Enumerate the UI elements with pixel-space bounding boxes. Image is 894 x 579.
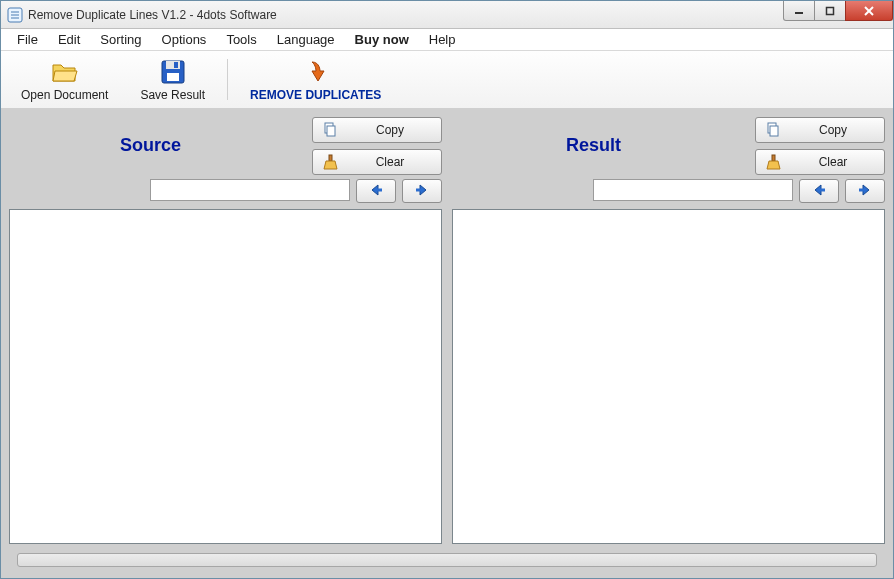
pane-title-wrap: Source <box>9 117 292 156</box>
arrow-down-right-icon <box>302 57 330 86</box>
toolbar-label: REMOVE DUPLICATES <box>250 88 381 102</box>
source-copy-button[interactable]: Copy <box>312 117 442 143</box>
menu-help[interactable]: Help <box>419 30 466 49</box>
svg-rect-5 <box>827 7 834 14</box>
button-label: Copy <box>790 123 876 137</box>
svg-rect-10 <box>167 73 179 81</box>
arrow-right-icon <box>857 183 873 200</box>
button-label: Clear <box>790 155 876 169</box>
titlebar: Remove Duplicate Lines V1.2 - 4dots Soft… <box>1 1 893 29</box>
result-title: Result <box>566 135 621 156</box>
broom-icon <box>764 153 782 171</box>
toolbar-label: Save Result <box>140 88 205 102</box>
copy-icon <box>764 121 782 139</box>
toolbar-separator <box>227 59 228 100</box>
remove-duplicates-button[interactable]: REMOVE DUPLICATES <box>236 55 395 104</box>
svg-rect-11 <box>174 62 178 68</box>
result-textarea[interactable] <box>453 210 884 543</box>
result-prev-button[interactable] <box>799 179 839 203</box>
button-label: Clear <box>347 155 433 169</box>
toolbar: Open Document Save Result REMOVE DUPLICA… <box>1 51 893 109</box>
menu-edit[interactable]: Edit <box>48 30 90 49</box>
status-inner <box>17 553 877 567</box>
floppy-save-icon <box>159 57 187 86</box>
result-next-button[interactable] <box>845 179 885 203</box>
menu-language[interactable]: Language <box>267 30 345 49</box>
source-button-stack: Copy Clear <box>302 117 442 175</box>
result-search-input[interactable] <box>593 179 793 201</box>
svg-rect-14 <box>329 155 332 161</box>
source-pane: Source Copy <box>9 117 442 544</box>
svg-rect-21 <box>859 188 864 191</box>
svg-rect-13 <box>327 126 335 136</box>
source-text-wrap <box>9 209 442 544</box>
result-search-row <box>452 179 885 209</box>
svg-rect-18 <box>770 126 778 136</box>
result-pane-header: Result Copy <box>452 117 885 179</box>
source-textarea[interactable] <box>10 210 441 543</box>
result-text-wrap <box>452 209 885 544</box>
result-copy-button[interactable]: Copy <box>755 117 885 143</box>
pane-title-wrap: Result <box>452 117 735 156</box>
main-area: Source Copy <box>1 109 893 578</box>
broom-icon <box>321 153 339 171</box>
close-button[interactable] <box>845 1 893 21</box>
source-search-input[interactable] <box>150 179 350 201</box>
source-pane-header: Source Copy <box>9 117 442 179</box>
result-clear-button[interactable]: Clear <box>755 149 885 175</box>
app-window: Remove Duplicate Lines V1.2 - 4dots Soft… <box>0 0 894 579</box>
svg-rect-16 <box>416 188 421 191</box>
copy-icon <box>321 121 339 139</box>
panes-row: Source Copy <box>9 117 885 544</box>
source-search-row <box>9 179 442 209</box>
menu-sorting[interactable]: Sorting <box>90 30 151 49</box>
result-pane: Result Copy <box>452 117 885 544</box>
save-result-button[interactable]: Save Result <box>126 55 219 104</box>
source-title: Source <box>120 135 181 156</box>
menubar: File Edit Sorting Options Tools Language… <box>1 29 893 51</box>
menu-tools[interactable]: Tools <box>216 30 266 49</box>
toolbar-label: Open Document <box>21 88 108 102</box>
button-label: Copy <box>347 123 433 137</box>
open-document-button[interactable]: Open Document <box>7 55 122 104</box>
svg-rect-15 <box>377 188 382 191</box>
source-clear-button[interactable]: Clear <box>312 149 442 175</box>
app-icon <box>7 7 23 23</box>
source-prev-button[interactable] <box>356 179 396 203</box>
svg-rect-20 <box>820 188 825 191</box>
arrow-left-icon <box>811 183 827 200</box>
source-next-button[interactable] <box>402 179 442 203</box>
menu-file[interactable]: File <box>7 30 48 49</box>
statusbar <box>9 550 885 570</box>
minimize-button[interactable] <box>783 1 815 21</box>
window-controls <box>784 1 893 21</box>
window-title: Remove Duplicate Lines V1.2 - 4dots Soft… <box>28 8 277 22</box>
arrow-right-icon <box>414 183 430 200</box>
menu-options[interactable]: Options <box>152 30 217 49</box>
svg-rect-19 <box>772 155 775 161</box>
maximize-button[interactable] <box>814 1 846 21</box>
result-button-stack: Copy Clear <box>745 117 885 175</box>
folder-open-icon <box>50 57 80 86</box>
menu-buy-now[interactable]: Buy now <box>345 30 419 49</box>
arrow-left-icon <box>368 183 384 200</box>
